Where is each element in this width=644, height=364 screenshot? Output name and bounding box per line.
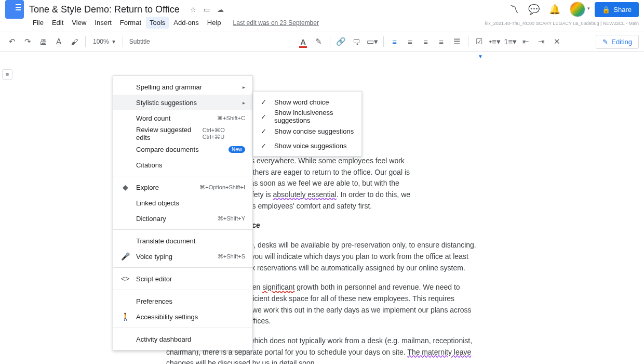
spellcheck-button[interactable]: A̲	[52, 35, 65, 48]
align-justify-button[interactable]: ≡	[435, 35, 448, 48]
pencil-icon: ✎	[602, 38, 608, 46]
submenu-word-choice[interactable]: ✓Show word choice	[253, 95, 361, 109]
print-button[interactable]: 🖶	[36, 35, 50, 48]
undo-button[interactable]: ↶	[5, 35, 19, 48]
menu-format[interactable]: Format	[116, 17, 145, 29]
menu-explore[interactable]: ◆Explore⌘+Option+Shift+I	[113, 179, 252, 195]
notifications-icon[interactable]: 🔔	[549, 4, 560, 15]
menu-stylistic-suggestions[interactable]: Stylistic suggestions▸	[113, 95, 252, 110]
paint-format-button[interactable]: 🖌	[68, 35, 81, 48]
redo-button[interactable]: ↷	[21, 35, 34, 48]
align-left-button[interactable]: ≡	[388, 35, 401, 48]
highlight-button[interactable]: ✎	[312, 35, 326, 48]
comments-icon[interactable]: 💬	[528, 4, 540, 15]
stylistic-submenu: ✓Show word choice ✓Show inclusiveness su…	[253, 91, 362, 157]
submenu-concise[interactable]: ✓Show concise suggestions	[253, 124, 361, 138]
menu-edit[interactable]: Edit	[48, 17, 67, 29]
decrease-indent-button[interactable]: ⇤	[519, 35, 533, 48]
check-icon: ✓	[261, 98, 266, 106]
mode-select[interactable]: ✎ Editing	[596, 35, 639, 49]
insert-image-button[interactable]: ▭▾	[366, 35, 379, 48]
docs-logo[interactable]	[5, 0, 24, 19]
code-icon: <>	[120, 275, 130, 283]
menu-spelling-grammar[interactable]: Spelling and grammar▸	[113, 79, 252, 95]
menu-addons[interactable]: Add-ons	[170, 17, 202, 29]
menu-insert[interactable]: Insert	[91, 17, 115, 29]
menu-translate[interactable]: Translate document	[113, 233, 252, 249]
build-meta: kix_2021.40-Thu_RC00 SCARY LEGACY ua_08d…	[485, 21, 639, 26]
menu-dictionary[interactable]: Dictionary⌘+Shift+Y	[113, 211, 252, 226]
menu-help[interactable]: Help	[204, 17, 225, 29]
share-label: Share	[613, 6, 632, 14]
align-right-button[interactable]: ≡	[419, 35, 433, 48]
text-color-button[interactable]: A	[297, 35, 310, 48]
menu-activity-dashboard[interactable]: Activity dashboard	[113, 331, 252, 347]
menu-tools[interactable]: Tools	[146, 17, 169, 29]
doc-title[interactable]: Tone & Style Demo: Return to Office	[29, 4, 180, 15]
explore-icon: ◆	[120, 183, 130, 191]
activity-icon[interactable]: 〽	[509, 4, 519, 15]
submenu-voice[interactable]: ✓Show voice suggestions	[253, 138, 361, 153]
tools-menu-dropdown: Spelling and grammar▸ Stylistic suggesti…	[113, 75, 253, 350]
menu-word-count[interactable]: Word count⌘+Shift+C	[113, 110, 252, 126]
paragraph-style-select[interactable]: Subtitle	[127, 38, 152, 45]
submenu-arrow-icon: ▸	[243, 100, 245, 106]
account-avatar[interactable]	[570, 2, 585, 17]
cloud-icon[interactable]: ☁	[217, 6, 224, 14]
share-button[interactable]: 🔒 Share	[595, 2, 639, 17]
insert-link-button[interactable]: 🔗	[334, 35, 348, 48]
suggestion-purple[interactable]: absolutely essential	[273, 190, 336, 199]
submenu-inclusiveness[interactable]: ✓Show inclusiveness suggestions	[253, 109, 361, 124]
clear-formatting-button[interactable]: ✕	[551, 35, 564, 48]
menu-linked-objects[interactable]: Linked objects	[113, 195, 252, 211]
add-comment-button[interactable]: 🗨	[350, 35, 364, 48]
check-icon: ✓	[261, 127, 266, 135]
numbered-list-button[interactable]: 1≡▾	[504, 35, 517, 48]
new-badge: New	[229, 146, 245, 153]
align-center-button[interactable]: ≡	[404, 35, 417, 48]
check-icon: ✓	[261, 142, 266, 150]
menu-compare-docs[interactable]: Compare documentsNew	[113, 141, 252, 157]
menu-view[interactable]: View	[68, 17, 90, 29]
submenu-arrow-icon: ▸	[243, 84, 245, 90]
zoom-select[interactable]: 100%▾	[90, 38, 118, 45]
lock-icon: 🔒	[602, 6, 610, 14]
check-icon: ✓	[261, 113, 266, 121]
line-spacing-button[interactable]: ☰	[450, 35, 464, 48]
menu-voice-typing[interactable]: 🎤Voice typing⌘+Shift+S	[113, 249, 252, 264]
chevron-down-icon: ▾	[112, 38, 115, 45]
increase-indent-button[interactable]: ⇥	[535, 35, 548, 48]
last-edit-link[interactable]: Last edit was on 23 September	[233, 19, 319, 27]
menu-review-suggested[interactable]: Review suggested editsCtrl+⌘O Ctrl+⌘U	[113, 126, 252, 141]
menu-citations[interactable]: Citations	[113, 157, 252, 173]
move-icon[interactable]: ▭	[204, 6, 210, 14]
menu-preferences[interactable]: Preferences	[113, 293, 252, 309]
mic-icon: 🎤	[120, 252, 130, 261]
toolbar: ↶ ↷ 🖶 A̲ 🖌 100%▾ Subtitle A ✎ 🔗 🗨 ▭▾ ≡ ≡…	[0, 32, 644, 51]
checklist-button[interactable]: ☑	[473, 35, 486, 48]
ruler-marker[interactable]: ▼	[478, 54, 483, 59]
menu-file[interactable]: File	[29, 17, 47, 29]
star-icon[interactable]: ☆	[190, 6, 196, 14]
suggestion-red[interactable]: significant	[262, 283, 294, 291]
accessibility-icon: 🚶	[120, 313, 130, 321]
bulleted-list-button[interactable]: •≡▾	[488, 35, 502, 48]
menu-accessibility[interactable]: 🚶Accessibility settings	[113, 309, 252, 324]
outline-toggle[interactable]: ≡	[2, 69, 12, 80]
menu-script-editor[interactable]: <>Script editor	[113, 271, 252, 287]
